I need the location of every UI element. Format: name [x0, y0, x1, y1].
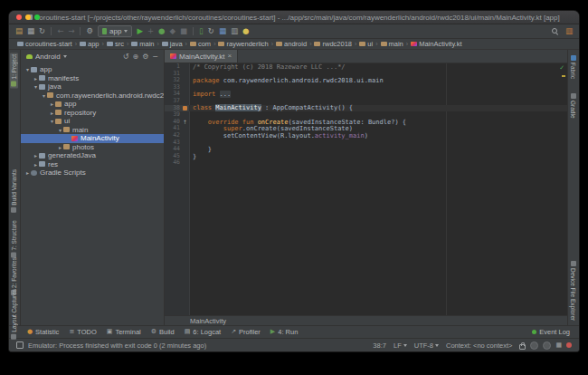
search-everywhere-icon[interactable]	[551, 27, 559, 35]
avd-manager-icon[interactable]: ▯	[199, 27, 204, 35]
package-icon	[359, 42, 365, 47]
minimize-window-button[interactable]	[25, 14, 31, 20]
stripe-button-build-variants[interactable]: Build Variants	[10, 168, 18, 215]
zoom-window-button[interactable]	[34, 14, 40, 20]
background-task-icon[interactable]	[530, 341, 538, 350]
expander-icon[interactable]: ▸	[57, 144, 63, 150]
stripe-button-device-file-explorer[interactable]: Device File Explorer	[569, 259, 577, 322]
line-number[interactable]: 46	[165, 159, 182, 167]
breadcrumb-app[interactable]: app	[79, 40, 100, 48]
expander-icon[interactable]: ▸	[24, 169, 31, 176]
breadcrumb-label: app	[88, 40, 100, 48]
expander-icon[interactable]: ▾	[49, 118, 55, 124]
expander-icon[interactable]: ▸	[33, 152, 39, 159]
titlebar[interactable]: coroutines-start [~/projects/other/raywe…	[9, 11, 579, 24]
tree-item-generatedjava[interactable]: ▸generatedJava	[21, 151, 164, 160]
expander-icon[interactable]: ▾	[57, 127, 63, 133]
debug-icon[interactable]: ●	[158, 27, 165, 35]
tree-item-manifests[interactable]: ▸manifests	[21, 74, 164, 83]
tab-mainactivity[interactable]: MainActivity.kt ×	[165, 50, 238, 62]
breadcrumb-java[interactable]: java	[161, 40, 184, 48]
hide-panel-icon[interactable]: −	[152, 53, 158, 61]
breadcrumb-main[interactable]: main	[130, 40, 155, 48]
tree-item-photos[interactable]: ▸photos	[21, 143, 164, 152]
sync-view-icon[interactable]: ↺	[123, 53, 129, 61]
tree-item-mainactivity[interactable]: MainActivity	[21, 134, 164, 143]
override-gutter-icon[interactable]: ↑	[183, 119, 187, 126]
background-task-icon-2[interactable]	[543, 341, 551, 350]
unlocked-icon[interactable]	[519, 344, 526, 350]
breadcrumb-main[interactable]: main	[380, 40, 404, 48]
profile-icon[interactable]: ◆	[170, 27, 176, 35]
breadcrumb-android[interactable]: android	[275, 40, 308, 48]
toolwindow-button-4-run[interactable]: ▶4: Run	[270, 328, 299, 336]
project-view-selector[interactable]: Android	[35, 53, 61, 61]
run-icon[interactable]: ▶	[137, 27, 143, 35]
settings-icon[interactable]: ⚙	[142, 53, 148, 61]
toolwindow-button-profiler[interactable]: ↗Profiler	[231, 328, 261, 336]
breadcrumb-rwdc2018[interactable]: rwdc2018	[313, 40, 353, 48]
open-project-icon[interactable]: ▤	[15, 27, 23, 35]
wrench-icon[interactable]: ⚙	[86, 27, 93, 35]
tree-item-ui[interactable]: ▾ui	[21, 117, 164, 126]
save-all-icon[interactable]: ▦	[27, 27, 34, 35]
toolwindow-button-statistic[interactable]: ●Statistic	[27, 328, 59, 336]
code-editor[interactable]: 1/* Copyright (c) 2018 Razeware LLC ...*…	[165, 63, 567, 315]
tree-item-res[interactable]: ▸res	[21, 160, 164, 169]
expander-icon[interactable]: ▸	[33, 75, 39, 82]
breadcrumb-ui[interactable]: ui	[358, 40, 374, 48]
class-gutter-icon[interactable]	[183, 106, 187, 111]
sdk-manager-icon[interactable]: ▦	[219, 27, 226, 35]
stripe-button-7-structure[interactable]: 7: Structure	[10, 218, 18, 260]
project-structure-icon[interactable]: ▥	[565, 27, 573, 35]
breadcrumb-MainActivity.kt[interactable]: MainActivity.kt	[410, 40, 462, 48]
toolwindow-button-build[interactable]: ⚙Build	[151, 328, 175, 336]
expander-icon[interactable]: ▾	[33, 83, 39, 90]
layout-inspector-icon[interactable]: ▥	[231, 27, 238, 35]
back-icon[interactable]: ←	[57, 27, 63, 35]
expander-icon[interactable]: ▾	[41, 92, 47, 99]
caret-position-widget[interactable]: 38:7	[373, 341, 386, 350]
breadcrumb-src[interactable]: src	[106, 40, 125, 48]
stop-icon[interactable]: ■	[180, 27, 187, 35]
encoding-widget[interactable]: UTF-8	[414, 341, 439, 350]
notification-dot-icon[interactable]	[566, 342, 572, 348]
grid-icon[interactable]: ▦	[555, 342, 562, 349]
locate-file-icon[interactable]: ⊕	[132, 53, 138, 61]
breadcrumb-com[interactable]: com	[189, 40, 212, 48]
tree-item-gradle-scripts[interactable]: ▸Gradle Scripts	[21, 168, 164, 178]
inspections-ok-icon[interactable]: ✓	[559, 64, 564, 72]
context-widget[interactable]: Context: <no context>	[446, 341, 512, 350]
apply-changes-icon[interactable]: +	[147, 27, 154, 35]
toolwindow-button-6-logcat[interactable]: ▤6: Logcat	[185, 328, 221, 336]
sync-project-icon[interactable]: ↻	[39, 27, 45, 35]
close-window-button[interactable]	[16, 14, 22, 20]
expander-icon[interactable]: ▾	[24, 66, 31, 72]
bulb-icon[interactable]: ●	[242, 27, 249, 35]
breadcrumb-raywenderlich[interactable]: raywenderlich	[217, 40, 269, 48]
event-log-button[interactable]: Event Log	[532, 328, 570, 336]
expander-icon[interactable]: ▸	[49, 110, 55, 116]
toolwindow-switcher-icon[interactable]	[16, 341, 24, 349]
expander-icon[interactable]: ▸	[33, 161, 39, 168]
tree-item-com-raywenderlich-android-rwdc2018[interactable]: ▾com.raywenderlich.android.rwdc2018	[21, 91, 164, 101]
stripe-button-layout-captures[interactable]: Layout Captures	[10, 287, 18, 341]
run-config-selector[interactable]: app	[98, 25, 132, 37]
breadcrumb-class[interactable]: MainActivity	[190, 317, 226, 325]
toolwindow-button-todo[interactable]: ≡TODO	[69, 328, 96, 336]
stripe-button-fabric[interactable]: Fabric	[569, 53, 577, 81]
tree-item-java[interactable]: ▾java	[21, 82, 164, 91]
stripe-button-gradle[interactable]: Gradle	[569, 91, 577, 120]
close-tab-icon[interactable]: ×	[228, 53, 232, 60]
tree-item-app[interactable]: ▸app	[21, 100, 164, 109]
tree-item-main[interactable]: ▾main	[21, 126, 164, 135]
stripe-button-1-project[interactable]: 1: Project	[10, 53, 18, 88]
breadcrumb-coroutines-start[interactable]: coroutines-start	[16, 40, 73, 48]
tree-item-app[interactable]: ▾app	[21, 65, 164, 74]
line-separator-widget[interactable]: LF	[394, 341, 407, 350]
expander-icon[interactable]: ▸	[49, 101, 55, 107]
forward-icon[interactable]: →	[68, 27, 74, 35]
toolwindow-button-terminal[interactable]: ▣Terminal	[107, 328, 141, 336]
tree-item-repository[interactable]: ▸repository	[21, 109, 164, 118]
gradle-sync-icon[interactable]: ↻	[208, 27, 214, 35]
